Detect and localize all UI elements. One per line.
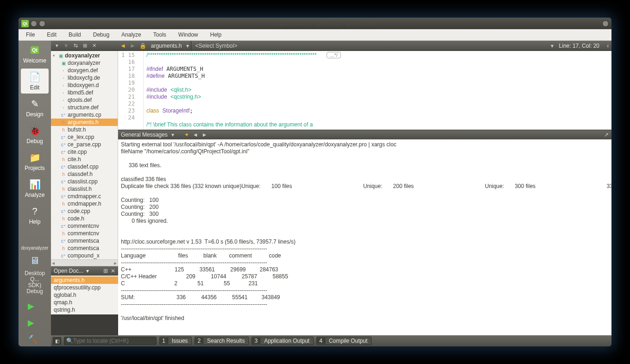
split-add-icon[interactable]: ⊞: [82, 43, 88, 49]
code-editor[interactable]: 1 15 16 17 18 19 20 21 22 23 24 /*******…: [118, 51, 611, 130]
tree-scrollbar[interactable]: ◂▸: [51, 259, 118, 266]
messages-title[interactable]: General Messages: [121, 132, 168, 138]
mode-welcome[interactable]: QtWelcome: [21, 42, 49, 67]
tree-item[interactable]: hcmdmapper.h: [51, 200, 118, 207]
menu-file[interactable]: File: [20, 30, 40, 39]
locator-input[interactable]: [73, 338, 154, 344]
editor-split-icon[interactable]: ⫞: [603, 43, 611, 49]
file-icon: h: [60, 246, 67, 251]
output-tab-search-results[interactable]: 2Search Results: [195, 337, 249, 345]
open-file-dropdown[interactable]: arguments.h: [148, 43, 185, 49]
open-doc-item[interactable]: qstring.h: [51, 306, 118, 314]
nav-forward-button[interactable]: ►: [128, 42, 138, 49]
mode-debug[interactable]: 🐞Debug: [21, 122, 49, 147]
menu-analyze[interactable]: Analyze: [116, 30, 147, 39]
tree-item[interactable]: c⁺classdef.cpp: [51, 163, 118, 170]
close-pane-icon[interactable]: ✕: [91, 43, 97, 49]
tree-item[interactable]: c⁺code.cpp: [51, 207, 118, 215]
mode-bar: QtWelcome📄Edit✎Design🐞Debug📁Projects📊Ana…: [19, 41, 51, 346]
menu-tools[interactable]: Tools: [148, 30, 172, 39]
tree-item[interactable]: ·doxygen.def: [51, 67, 118, 74]
tree-expand-icon[interactable]: ▾: [54, 43, 60, 49]
open-docs-close-icon[interactable]: ✕: [111, 268, 115, 274]
debug-run-button[interactable]: ▶: [28, 318, 42, 327]
tree-item[interactable]: hclassdef.h: [51, 170, 118, 178]
project-tree-pane: ▾▣doxyanalyzer▣doxyanalyzer·doxygen.def·…: [51, 51, 118, 266]
filter-icon[interactable]: ▿: [63, 43, 69, 49]
symbol-dropdown[interactable]: <Select Symbol>: [191, 41, 241, 50]
messages-clear-icon[interactable]: ✦: [184, 132, 189, 138]
messages-output[interactable]: Starting external tool '/usr/local/bin/q…: [118, 139, 611, 335]
output-tab-application-output[interactable]: 3Application Output: [252, 337, 314, 345]
open-doc-item[interactable]: qfprocessutility.cpp: [51, 284, 118, 291]
help-icon: ?: [28, 205, 41, 218]
tree-item[interactable]: c⁺cite.cpp: [51, 148, 118, 156]
open-doc-item[interactable]: qglobal.h: [51, 291, 118, 299]
welcome-icon: Qt: [28, 44, 41, 56]
window-min-icon[interactable]: [39, 20, 45, 27]
lock-icon[interactable]: 🔒: [138, 43, 148, 49]
tree-item[interactable]: c⁺commentcnv: [51, 222, 118, 230]
editor-toolbar: ▾ ▿ ⇆ ⊞ ✕ ◄ ► 🔒 arguments.h ▾ <Select Sy…: [51, 41, 611, 51]
mode-design[interactable]: ✎Design: [21, 95, 49, 120]
tree-item[interactable]: c⁺commentsca: [51, 237, 118, 245]
tree-item[interactable]: hcite.h: [51, 156, 118, 163]
open-doc-item[interactable]: qmap.h: [51, 299, 118, 306]
mode-projects[interactable]: 📁Projects: [21, 149, 49, 174]
tree-root[interactable]: ▾▣doxyanalyzer: [51, 52, 118, 59]
tree-item[interactable]: hclasslist.h: [51, 185, 118, 193]
output-tab-issues[interactable]: 1Issues: [159, 337, 192, 345]
tree-item[interactable]: c⁺arguments.cp: [51, 111, 118, 119]
run-button[interactable]: ▶: [28, 301, 42, 310]
tree-item[interactable]: c⁺ce_parse.cpp: [51, 141, 118, 148]
tree-item[interactable]: c⁺classlist.cpp: [51, 178, 118, 185]
sidebar-toggle-button[interactable]: ◧: [53, 337, 61, 345]
target-project[interactable]: doxyanalyzer: [20, 244, 50, 253]
tree-item[interactable]: ·libdoxycfg.de: [51, 74, 118, 82]
build-button[interactable]: 🔨: [28, 334, 42, 344]
file-dropdown-icon[interactable]: ▾: [184, 43, 191, 49]
file-icon: c⁺: [60, 142, 67, 147]
menu-help[interactable]: Help: [205, 30, 227, 39]
tree-item[interactable]: ·structure.def: [51, 104, 118, 111]
menu-window[interactable]: Window: [173, 30, 204, 39]
locator[interactable]: 🔍: [64, 337, 157, 345]
target-monitor-icon[interactable]: 🖥: [30, 255, 40, 267]
messages-max-icon[interactable]: ↗: [604, 132, 609, 138]
symbol-dd-icon[interactable]: ▾: [549, 43, 555, 49]
tree-item[interactable]: c⁺ce_lex.cpp: [51, 133, 118, 141]
mode-help[interactable]: ?Help: [21, 203, 49, 228]
menu-edit[interactable]: Edit: [41, 30, 62, 39]
window-close-icon[interactable]: [31, 20, 37, 27]
tree-item[interactable]: c⁺compound_x: [51, 252, 118, 259]
open-docs-split-icon[interactable]: ⊞: [103, 268, 108, 274]
sync-icon[interactable]: ⇆: [72, 43, 79, 49]
tree-item[interactable]: ▣doxyanalyzer: [51, 59, 118, 67]
messages-next-icon[interactable]: ►: [202, 132, 208, 138]
messages-dd-icon[interactable]: ▾: [171, 132, 174, 138]
file-icon: h: [60, 157, 67, 162]
messages-prev-icon[interactable]: ◄: [193, 132, 198, 138]
tree-item[interactable]: hcommentcnv: [51, 230, 118, 237]
target-kit[interactable]: Desktop Q...SDK) Debug: [20, 269, 50, 296]
nav-back-button[interactable]: ◄: [118, 42, 128, 49]
tree-item[interactable]: c⁺cmdmapper.c: [51, 193, 118, 200]
window-max-icon[interactable]: [602, 20, 609, 27]
tree-item[interactable]: hcommentsca: [51, 245, 118, 252]
menu-build[interactable]: Build: [63, 30, 87, 39]
mode-analyze[interactable]: 📊Analyze: [21, 176, 49, 201]
tree-item[interactable]: harguments.h: [51, 119, 118, 126]
editor-content[interactable]: /***************************************…: [144, 51, 611, 130]
menu-debug[interactable]: Debug: [88, 30, 115, 39]
tree-item[interactable]: ·libmd5.def: [51, 89, 118, 96]
tree-item[interactable]: hbufstr.h: [51, 126, 118, 133]
tree-item[interactable]: ·qtools.def: [51, 96, 118, 104]
mode-edit[interactable]: 📄Edit: [21, 69, 49, 94]
open-docs-title[interactable]: Open Doc...: [54, 268, 83, 274]
output-tab-compile-output[interactable]: 4Compile Output: [316, 337, 372, 345]
tree-item[interactable]: ·libdoxygen.d: [51, 82, 118, 89]
tree-item[interactable]: hcode.h: [51, 215, 118, 222]
open-doc-item[interactable]: arguments.h: [51, 276, 118, 284]
file-icon: c⁺: [60, 253, 67, 258]
file-icon: ·: [60, 83, 67, 88]
